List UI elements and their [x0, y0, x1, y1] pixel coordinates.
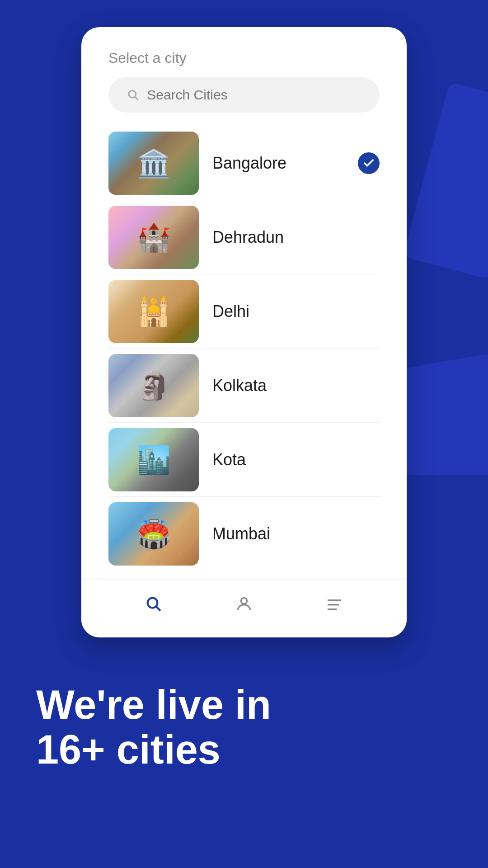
city-selection-card: Select a city BangaloreDehradunDelhiKolk…	[81, 27, 407, 637]
city-name-delhi: Delhi	[212, 302, 380, 321]
search-input[interactable]	[147, 87, 361, 103]
live-cities-text: We're live in 16+ cities	[36, 683, 452, 772]
cities-list: BangaloreDehradunDelhiKolkataKotaMumbai	[81, 122, 407, 576]
nav-search-icon	[145, 595, 163, 613]
svg-line-1	[135, 97, 138, 100]
select-city-label: Select a city	[108, 50, 380, 66]
city-name-bangalore: Bangalore	[212, 154, 344, 173]
city-item-mumbai[interactable]: Mumbai	[81, 497, 407, 571]
city-thumbnail-kolkata	[108, 354, 199, 417]
nav-profile-icon	[235, 595, 253, 613]
city-name-mumbai: Mumbai	[212, 524, 380, 543]
city-thumbnail-bangalore	[108, 132, 199, 195]
city-item-dehradun[interactable]: Dehradun	[81, 200, 407, 274]
city-name-kolkata: Kolkata	[212, 376, 380, 395]
svg-point-2	[148, 598, 158, 608]
nav-profile[interactable]	[226, 590, 262, 618]
city-item-delhi[interactable]: Delhi	[81, 274, 407, 349]
city-name-kota: Kota	[212, 450, 380, 469]
nav-menu[interactable]	[316, 590, 352, 618]
svg-point-4	[241, 598, 247, 604]
city-thumbnail-kota	[108, 428, 199, 491]
city-thumbnail-dehradun	[108, 206, 199, 269]
card-header: Select a city	[81, 27, 407, 122]
city-thumbnail-mumbai	[108, 502, 199, 566]
live-cities-line2: 16+ cities	[36, 727, 221, 772]
search-bar-container[interactable]	[108, 77, 380, 113]
city-item-kolkata[interactable]: Kolkata	[81, 349, 407, 423]
bg-shape-right	[403, 82, 488, 280]
bottom-text-section: We're live in 16+ cities	[0, 637, 488, 808]
svg-line-3	[156, 607, 160, 611]
city-item-kota[interactable]: Kota	[81, 423, 407, 497]
city-selected-check-bangalore	[358, 152, 380, 174]
live-cities-line1: We're live in	[36, 682, 271, 727]
city-thumbnail-delhi	[108, 280, 199, 343]
nav-search[interactable]	[136, 590, 172, 618]
city-item-bangalore[interactable]: Bangalore	[81, 126, 407, 200]
city-name-dehradun: Dehradun	[212, 228, 380, 247]
svg-point-0	[129, 90, 136, 98]
nav-menu-icon	[325, 595, 343, 613]
bottom-navigation	[81, 579, 407, 628]
search-icon	[127, 88, 140, 102]
